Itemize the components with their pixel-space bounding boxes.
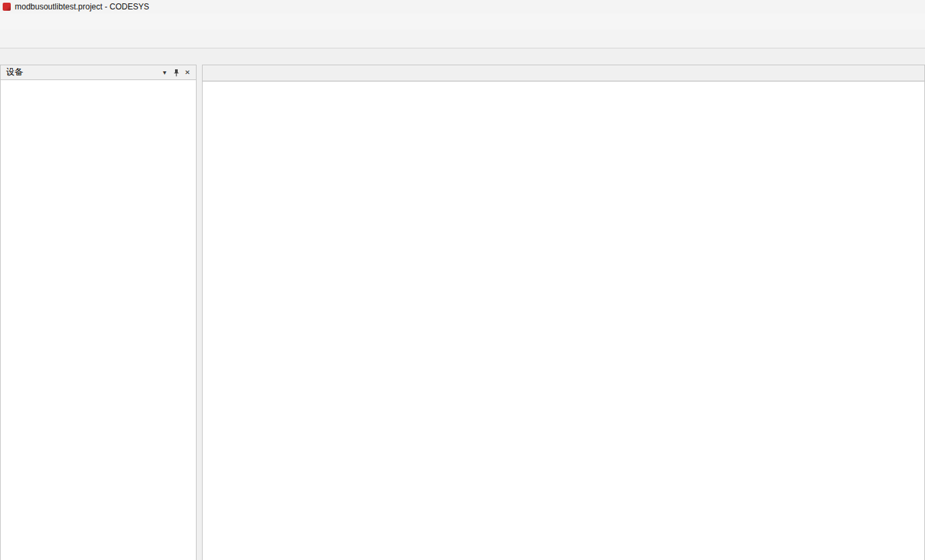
editor-pane xyxy=(202,65,925,560)
devices-panel-title: 设备 xyxy=(6,67,159,78)
titlebar: modbusoutlibtest.project - CODESYS xyxy=(0,0,925,13)
devices-panel-header: 设备 ▾ ✕ xyxy=(1,65,196,80)
device-tree xyxy=(1,80,196,560)
panel-menu-icon[interactable]: ▾ xyxy=(159,67,170,78)
dock-gap xyxy=(0,48,925,65)
splitter[interactable] xyxy=(197,65,202,560)
codesys-logo-icon xyxy=(3,3,11,11)
close-icon[interactable]: ✕ xyxy=(182,67,193,78)
toolbar xyxy=(0,30,925,48)
code-editor[interactable] xyxy=(203,81,924,560)
editor-tabbar xyxy=(203,65,924,81)
pin-icon[interactable] xyxy=(170,67,182,78)
devices-panel: 设备 ▾ ✕ xyxy=(0,65,197,560)
window-title: modbusoutlibtest.project - CODESYS xyxy=(15,2,149,11)
menubar xyxy=(0,13,925,30)
